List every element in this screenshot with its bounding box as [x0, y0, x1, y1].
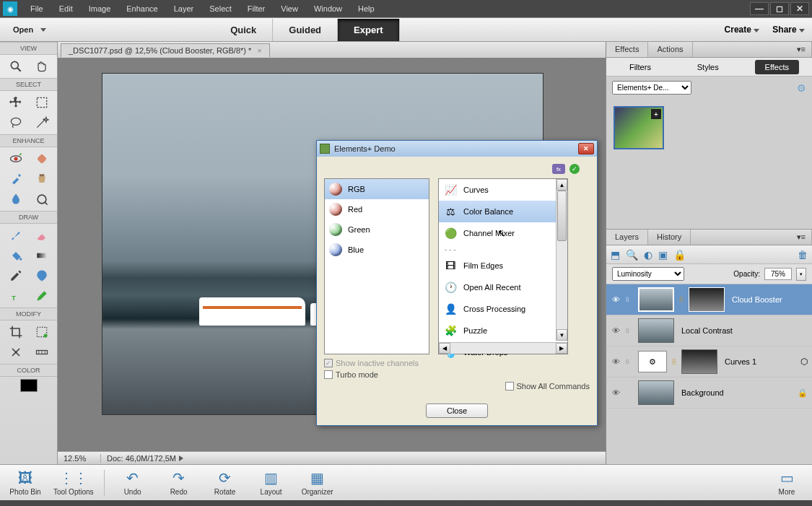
visibility-icon[interactable]: 👁 [611, 295, 621, 304]
subtab-effects[interactable]: Effects [755, 60, 799, 74]
tab-layers[interactable]: Layers [606, 230, 648, 245]
zoom-level[interactable]: 12.5% [58, 454, 101, 463]
more-button[interactable]: ▭More [769, 469, 805, 496]
menu-select[interactable]: Select [202, 1, 239, 16]
dialog-titlebar[interactable]: Elements+ Demo ✕ [317, 141, 597, 157]
document-tab[interactable]: _DSC1077.psd @ 12,5% (Cloud Booster, RGB… [61, 43, 270, 57]
layer-name[interactable]: Curves 1 [722, 357, 796, 366]
rotate-button[interactable]: ⟳Rotate [207, 469, 243, 496]
turbo-checkbox-row[interactable]: Turbo mode [324, 370, 590, 379]
mask-thumbnail[interactable] [689, 287, 725, 312]
fx-badge-icon[interactable]: fx [552, 164, 565, 174]
effect-thumbnail[interactable]: + [614, 106, 664, 149]
move-tool[interactable] [4, 93, 28, 112]
scroll-thumb[interactable] [557, 191, 567, 241]
photo-bin-button[interactable]: 🖼Photo Bin [7, 469, 43, 496]
opacity-stepper[interactable]: ▾ [796, 268, 806, 281]
zoom-tool[interactable] [4, 57, 28, 76]
channel-blue[interactable]: Blue [325, 240, 429, 260]
menu-image[interactable]: Image [82, 1, 118, 16]
blur-tool[interactable] [4, 190, 28, 209]
layer-thumbnail[interactable] [638, 318, 674, 343]
hand-tool[interactable] [30, 57, 54, 76]
mode-guided[interactable]: Guided [273, 19, 338, 41]
layer-row[interactable]: 👁 𝟾 Local Contrast [606, 315, 812, 346]
layout-button[interactable]: ▥Layout [253, 469, 289, 496]
command-curves[interactable]: 📈Curves [439, 179, 567, 201]
menu-file[interactable]: File [23, 1, 51, 16]
menu-enhance[interactable]: Enhance [119, 1, 165, 16]
close-window-button[interactable]: ✕ [790, 2, 809, 15]
straighten-tool[interactable] [30, 343, 54, 362]
layer-thumbnail[interactable] [638, 380, 674, 405]
layer-row[interactable]: 👁 Background 🔒 [606, 378, 812, 409]
visibility-icon[interactable]: 👁 [611, 388, 621, 397]
menu-edit[interactable]: Edit [52, 1, 80, 16]
command-open-all-recent[interactable]: 🕐Open All Recent [439, 276, 567, 298]
scroll-down-icon[interactable]: ▼ [556, 329, 567, 341]
command-cross-processing[interactable]: 👤Cross Processing [439, 298, 567, 320]
adjustment-thumbnail[interactable]: ⚙ [638, 351, 667, 372]
recompose-tool[interactable] [30, 323, 54, 341]
tab-actions[interactable]: Actions [648, 42, 692, 57]
undo-button[interactable]: ↶Undo [115, 469, 151, 496]
link-icon[interactable]: 𝟾 [625, 326, 634, 335]
scroll-up-icon[interactable]: ▲ [556, 179, 567, 191]
layer-name[interactable]: Local Contrast [678, 326, 808, 335]
menu-view[interactable]: View [274, 1, 305, 16]
vertical-scrollbar[interactable]: ▲ ▼ [556, 179, 567, 341]
content-aware-tool[interactable] [4, 343, 28, 362]
subtab-filters[interactable]: Filters [619, 60, 661, 74]
lock-layer-icon[interactable]: 🔒 [673, 249, 686, 261]
mask-link-icon[interactable]: 𝟾 [671, 357, 677, 367]
mask-link-icon[interactable]: 𝟾 [678, 295, 684, 305]
menu-layer[interactable]: Layer [167, 1, 201, 16]
scroll-left-icon[interactable]: ◀ [439, 343, 450, 354]
gradient-tool[interactable] [30, 246, 54, 265]
dialog-close-button[interactable]: ✕ [578, 143, 594, 154]
create-button[interactable]: Create [725, 25, 760, 35]
command-color-balance[interactable]: ⚖Color Balance [439, 201, 567, 222]
crop-tool[interactable] [4, 323, 28, 341]
share-button[interactable]: Share [772, 25, 805, 35]
maximize-button[interactable]: ◻ [770, 2, 789, 15]
delete-layer-icon[interactable]: 🗑 [798, 249, 808, 261]
lasso-tool[interactable] [4, 113, 28, 132]
layer-mask-icon[interactable]: ▣ [658, 249, 668, 261]
panel-flyout-icon[interactable]: ▾≡ [791, 230, 812, 245]
panel-flyout-icon[interactable]: ▾≡ [791, 42, 812, 57]
tab-effects[interactable]: Effects [606, 42, 648, 57]
redeye-tool[interactable] [4, 149, 28, 168]
mode-expert[interactable]: Expert [338, 19, 399, 41]
subtab-styles[interactable]: Styles [687, 60, 729, 74]
effects-category-select[interactable]: Elements+ De... [612, 81, 691, 95]
blend-mode-select[interactable]: Luminosity [612, 267, 684, 281]
magic-wand-tool[interactable] [30, 113, 54, 132]
foreground-color[interactable] [20, 379, 38, 392]
checkbox-icon[interactable] [324, 370, 333, 379]
shape-tool[interactable] [30, 266, 54, 285]
layer-search-icon[interactable]: 🔍 [626, 249, 638, 261]
scroll-right-icon[interactable]: ▶ [556, 343, 567, 354]
link-icon[interactable]: 𝟾 [625, 357, 634, 366]
eraser-tool[interactable] [30, 226, 54, 245]
spot-heal-tool[interactable] [30, 149, 54, 168]
eyedropper-tool[interactable] [4, 266, 28, 285]
paint-bucket-tool[interactable] [4, 246, 28, 265]
layer-row[interactable]: 👁 𝟾 ⚙ 𝟾 Curves 1 ⬡ [606, 346, 812, 378]
smart-brush-tool[interactable] [4, 170, 28, 188]
tool-options-button[interactable]: ⋮⋮Tool Options [53, 469, 94, 496]
new-layer-icon[interactable]: ⬒ [611, 249, 620, 261]
minimize-button[interactable]: — [750, 2, 769, 15]
checkbox-icon[interactable] [505, 382, 514, 391]
link-icon[interactable]: 𝟾 [625, 295, 634, 304]
redo-button[interactable]: ↷Redo [161, 469, 197, 496]
mask-thumbnail[interactable] [681, 349, 717, 374]
layer-name[interactable]: Cloud Booster [729, 295, 808, 304]
doc-info[interactable]: Doc: 46,0M/172,5M [101, 454, 606, 463]
channel-green[interactable]: Green [325, 219, 429, 240]
brush-tool[interactable] [4, 226, 28, 245]
tab-history[interactable]: History [648, 230, 691, 245]
opacity-value[interactable]: 75% [764, 268, 792, 280]
organizer-button[interactable]: ▦Organizer [300, 469, 336, 496]
